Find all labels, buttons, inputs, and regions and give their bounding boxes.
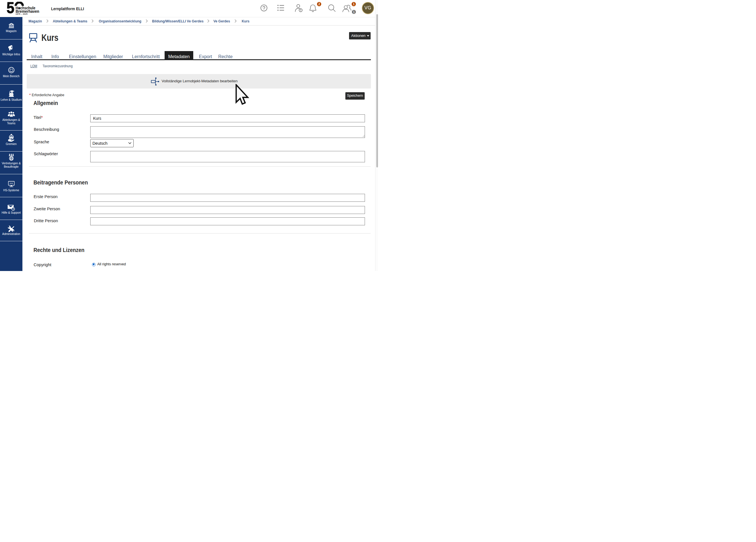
svg-text:?: ?: [12, 207, 14, 210]
